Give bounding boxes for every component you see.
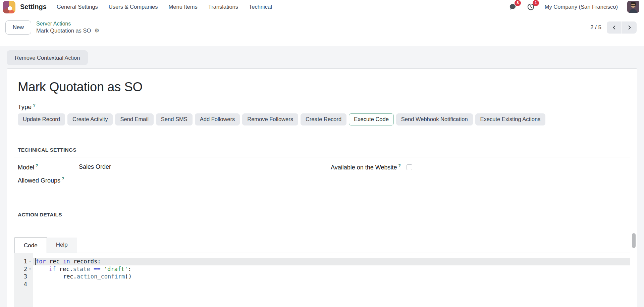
help-tooltip-icon: ? bbox=[36, 163, 38, 168]
user-avatar[interactable] bbox=[627, 1, 639, 13]
menu-translations[interactable]: Translations bbox=[208, 4, 238, 10]
tab-code[interactable]: Code bbox=[14, 238, 47, 253]
odoo-logo-icon[interactable] bbox=[3, 1, 15, 13]
code-line: 4 bbox=[14, 280, 630, 288]
type-execute-existing-actions-button[interactable]: Execute Existing Actions bbox=[475, 113, 546, 125]
code-line: 3 rec.action_confirm() bbox=[14, 273, 630, 280]
type-selector: Update Record Create Activity Send Email… bbox=[18, 113, 630, 125]
model-field-row: Model? Sales Order bbox=[18, 163, 317, 171]
website-checkbox[interactable] bbox=[407, 164, 412, 170]
messages-button[interactable]: 8 bbox=[508, 2, 517, 11]
type-create-record-button[interactable]: Create Record bbox=[301, 113, 346, 125]
code-editor[interactable]: 1▾ for rec in records: 2▾ if rec.state =… bbox=[14, 253, 630, 307]
form-title: Mark Quotation as SO bbox=[18, 79, 630, 95]
technical-settings-fields: Model? Sales Order Allowed Groups? Avail… bbox=[18, 163, 630, 190]
tab-help[interactable]: Help bbox=[47, 238, 77, 253]
type-update-record-button[interactable]: Update Record bbox=[18, 113, 65, 125]
breadcrumb-server-actions[interactable]: Server Actions bbox=[36, 21, 100, 27]
allowed-groups-field-label: Allowed Groups? bbox=[18, 176, 79, 184]
avatar-image bbox=[627, 1, 639, 13]
company-switcher[interactable]: My Company (San Francisco) bbox=[545, 4, 618, 10]
message-count-badge: 8 bbox=[515, 0, 521, 6]
chevron-left-icon bbox=[612, 25, 617, 30]
activity-count-badge: 1 bbox=[533, 0, 539, 6]
breadcrumb-current: Mark Quotation as SO bbox=[36, 28, 91, 34]
top-menu: General Settings Users & Companies Menu … bbox=[57, 4, 272, 10]
type-remove-followers-button[interactable]: Remove Followers bbox=[242, 113, 298, 125]
type-execute-code-button[interactable]: Execute Code bbox=[349, 113, 394, 125]
scrollbar-thumb[interactable] bbox=[632, 233, 636, 248]
help-tooltip-icon: ? bbox=[62, 176, 64, 181]
help-tooltip-icon: ? bbox=[398, 163, 400, 168]
content-area: Remove Contextual Action Mark Quotation … bbox=[0, 46, 644, 307]
menu-menu-items[interactable]: Menu Items bbox=[169, 4, 198, 10]
section-divider bbox=[14, 222, 630, 222]
type-add-followers-button[interactable]: Add Followers bbox=[195, 113, 240, 125]
action-details-heading: ACTION DETAILS bbox=[18, 212, 630, 218]
activities-button[interactable]: 1 bbox=[527, 2, 535, 11]
code-line: 2▾ if rec.state == 'draft': bbox=[14, 265, 630, 273]
top-navbar: Settings General Settings Users & Compan… bbox=[0, 0, 644, 13]
type-create-activity-button[interactable]: Create Activity bbox=[67, 113, 113, 125]
section-divider bbox=[14, 157, 630, 157]
fold-arrow-icon[interactable]: ▾ bbox=[27, 265, 33, 273]
topnav-right: 8 1 My Company (San Francisco) bbox=[508, 1, 639, 13]
type-send-webhook-button[interactable]: Send Webhook Notification bbox=[396, 113, 473, 125]
pager-counter: 2 / 5 bbox=[590, 24, 601, 31]
help-tooltip-icon: ? bbox=[33, 103, 35, 108]
fold-arrow-icon[interactable]: ▾ bbox=[27, 258, 33, 265]
type-send-email-button[interactable]: Send Email bbox=[115, 113, 153, 125]
allowed-groups-field-row: Allowed Groups? bbox=[18, 176, 317, 184]
website-field-row: Available on the Website? bbox=[331, 163, 630, 171]
chevron-right-icon bbox=[627, 25, 632, 30]
new-button[interactable]: New bbox=[5, 20, 31, 35]
control-panel: New Server Actions Mark Quotation as SO … bbox=[0, 13, 644, 46]
form-sheet: Mark Quotation as SO Type? Update Record… bbox=[7, 68, 637, 307]
code-line: 1▾ for rec in records: bbox=[14, 258, 630, 265]
remove-contextual-action-button[interactable]: Remove Contextual Action bbox=[7, 50, 88, 65]
breadcrumb: Server Actions Mark Quotation as SO ⚙ bbox=[36, 21, 100, 34]
record-pager: 2 / 5 bbox=[590, 21, 637, 34]
action-details-tabs: Code Help bbox=[14, 238, 630, 253]
type-field-label: Type? bbox=[18, 103, 630, 111]
website-field-label: Available on the Website? bbox=[331, 163, 402, 171]
menu-technical[interactable]: Technical bbox=[249, 4, 272, 10]
technical-settings-heading: TECHNICAL SETTINGS bbox=[18, 147, 630, 153]
gear-icon[interactable]: ⚙ bbox=[94, 28, 99, 34]
type-send-sms-button[interactable]: Send SMS bbox=[156, 113, 193, 125]
app-menu-settings[interactable]: Settings bbox=[20, 3, 47, 11]
model-field-label: Model? bbox=[18, 163, 79, 171]
menu-users-companies[interactable]: Users & Companies bbox=[109, 4, 158, 10]
pager-next-button[interactable] bbox=[622, 21, 637, 34]
pager-previous-button[interactable] bbox=[607, 21, 622, 34]
menu-general-settings[interactable]: General Settings bbox=[57, 4, 98, 10]
model-field-value: Sales Order bbox=[79, 163, 111, 171]
